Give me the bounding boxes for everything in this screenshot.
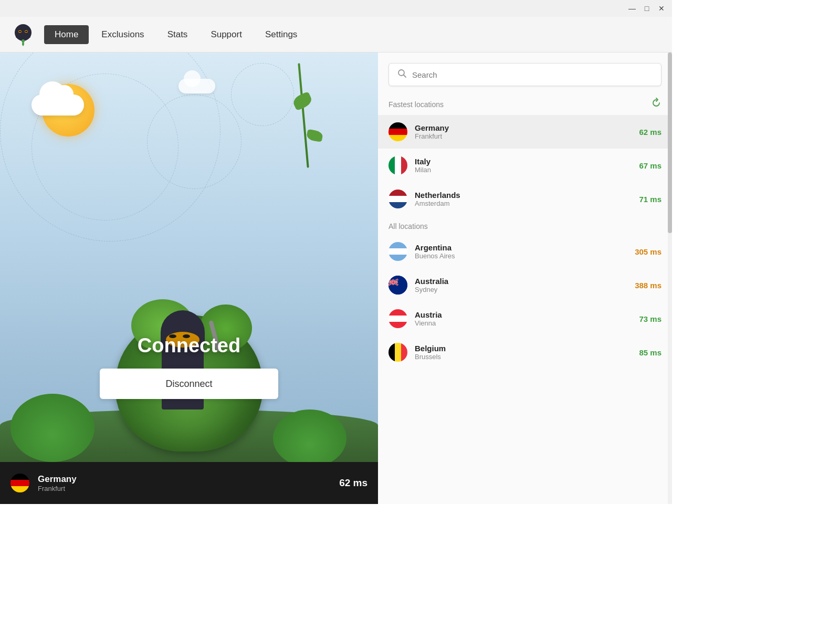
deco-circle-4 xyxy=(231,63,294,126)
nav-item-exclusions[interactable]: Exclusions xyxy=(91,25,154,44)
fastest-locations-header: Fastest locations xyxy=(378,91,672,115)
minimize-button[interactable]: — xyxy=(626,2,638,15)
latency-netherlands: 71 ms xyxy=(639,195,662,204)
fastest-location-italy[interactable]: Italy Milan 67 ms xyxy=(378,149,672,182)
location-info-austria: Austria Vienna xyxy=(415,310,632,327)
status-flag xyxy=(10,474,29,492)
latency-belgium: 85 ms xyxy=(639,348,662,357)
search-box xyxy=(388,63,662,86)
search-input[interactable] xyxy=(412,70,653,79)
flag-netherlands xyxy=(388,190,407,208)
right-panel: Fastest locations Germany Frankfurt 62 m… xyxy=(378,52,672,504)
main-container: Connected Disconnect Germany Frankfurt 6… xyxy=(0,52,672,504)
connected-text: Connected xyxy=(138,334,240,357)
all-locations-header: All locations xyxy=(378,216,672,235)
left-panel: Connected Disconnect Germany Frankfurt 6… xyxy=(0,52,378,504)
deco-circle-3 xyxy=(147,94,242,189)
flag-italy xyxy=(388,156,407,175)
app-logo xyxy=(10,22,36,47)
disconnect-button[interactable]: Disconnect xyxy=(100,369,278,399)
title-bar: — □ ✕ xyxy=(0,0,672,17)
status-city: Frankfurt xyxy=(38,485,331,492)
location-info-belgium: Belgium Brussels xyxy=(415,344,632,361)
close-button[interactable]: ✕ xyxy=(655,2,668,15)
flag-germany xyxy=(388,122,407,141)
fastest-location-netherlands[interactable]: Netherlands Amsterdam 71 ms xyxy=(378,182,672,216)
cloud-small xyxy=(178,79,215,93)
nav-item-home[interactable]: Home xyxy=(44,25,89,44)
latency-austria: 73 ms xyxy=(639,314,662,323)
latency-argentina: 305 ms xyxy=(635,247,662,256)
location-info-argentina: Argentina Buenos Aires xyxy=(415,243,627,260)
nav-bar: Home Exclusions Stats Support Settings xyxy=(0,17,672,52)
location-australia[interactable]: Australia Sydney 388 ms xyxy=(378,268,672,302)
bush-left xyxy=(10,394,94,462)
location-austria[interactable]: Austria Vienna 73 ms xyxy=(378,302,672,335)
search-container xyxy=(378,52,672,91)
flag-argentina xyxy=(388,242,407,261)
location-argentina[interactable]: Argentina Buenos Aires 305 ms xyxy=(378,235,672,268)
flag-australia xyxy=(388,276,407,295)
location-info-australia: Australia Sydney xyxy=(415,277,627,293)
refresh-icon[interactable] xyxy=(651,98,662,111)
locations-list[interactable]: Fastest locations Germany Frankfurt 62 m… xyxy=(378,91,672,504)
maximize-button[interactable]: □ xyxy=(640,2,653,15)
status-country: Germany xyxy=(38,474,331,485)
fastest-location-germany[interactable]: Germany Frankfurt 62 ms xyxy=(378,115,672,149)
scrollbar-track[interactable] xyxy=(668,52,672,504)
svg-rect-1 xyxy=(16,33,30,38)
svg-line-8 xyxy=(404,75,406,78)
status-bar: Germany Frankfurt 62 ms xyxy=(0,462,378,504)
latency-italy: 67 ms xyxy=(639,161,662,170)
svg-point-6 xyxy=(22,39,25,43)
flag-belgium xyxy=(388,343,407,362)
location-info-italy: Italy Milan xyxy=(415,157,632,174)
all-locations-title: All locations xyxy=(388,222,428,230)
scrollbar-thumb[interactable] xyxy=(668,52,672,233)
status-latency: 62 ms xyxy=(339,477,368,489)
fastest-locations-title: Fastest locations xyxy=(388,100,444,109)
bush-right xyxy=(273,410,346,467)
nav-item-support[interactable]: Support xyxy=(200,25,253,44)
location-belgium[interactable]: Belgium Brussels 85 ms xyxy=(378,335,672,369)
cloud-main xyxy=(32,94,84,116)
search-icon xyxy=(397,69,407,80)
location-info-netherlands: Netherlands Amsterdam xyxy=(415,191,632,207)
status-location: Germany Frankfurt xyxy=(38,474,331,492)
flag-austria xyxy=(388,309,407,328)
latency-germany: 62 ms xyxy=(639,128,662,136)
nav-item-stats[interactable]: Stats xyxy=(157,25,198,44)
nav-item-settings[interactable]: Settings xyxy=(255,25,308,44)
latency-australia: 388 ms xyxy=(635,281,662,290)
location-info-germany: Germany Frankfurt xyxy=(415,123,632,140)
